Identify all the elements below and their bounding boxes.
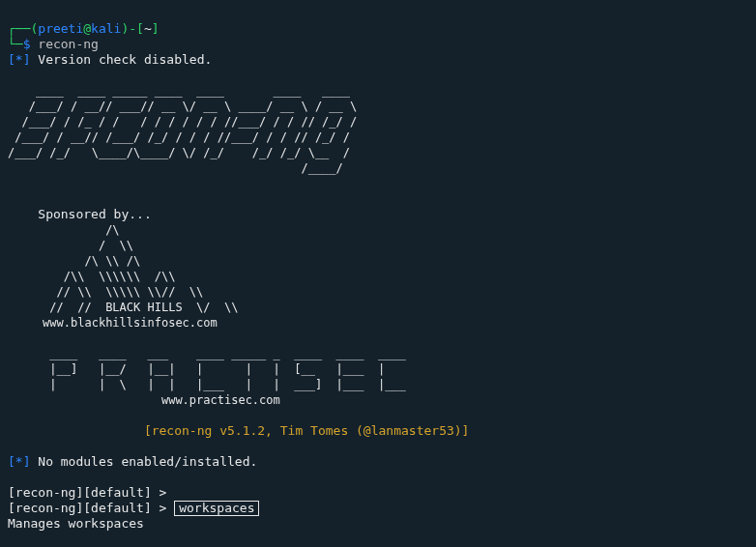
command-text: recon-ng [38, 37, 99, 51]
version-line: [recon-ng v5.1.2, Tim Tomes (@lanmaster5… [8, 423, 469, 438]
ascii-recon-ng-logo: ____ ____ _____ ____ ____ ____ ____ /___… [8, 84, 357, 175]
ascii-blackhills: /\ / \\ /\ \\ /\ /\\ \\\\\\ /\\ // \\ \\… [8, 223, 238, 330]
workspaces-description: Manages workspaces [8, 516, 144, 531]
prompt-line-2: └─$ recon-ng [8, 37, 99, 51]
sponsored-by-label: Sponsored by... [38, 207, 151, 221]
recon-prompt-1: [recon-ng][default] > [8, 485, 166, 500]
version-check-line: [*] Version check disabled. [8, 52, 212, 67]
prompt-line-1: ┌──(preeti@kali)-[~] [8, 21, 160, 36]
no-modules-line: [*] No modules enabled/installed. [8, 454, 257, 469]
ascii-practisec: ____ ____ ___ ____ _____ _ ____ ____ ___… [8, 347, 406, 407]
sponsored-by-row: Sponsored by... [8, 207, 152, 221]
recon-prompt-2: [recon-ng][default] > workspaces [8, 501, 259, 515]
highlighted-workspaces-command: workspaces [174, 501, 259, 516]
terminal[interactable]: ┌──(preeti@kali)-[~] └─$ recon-ng [*] Ve… [0, 0, 756, 547]
